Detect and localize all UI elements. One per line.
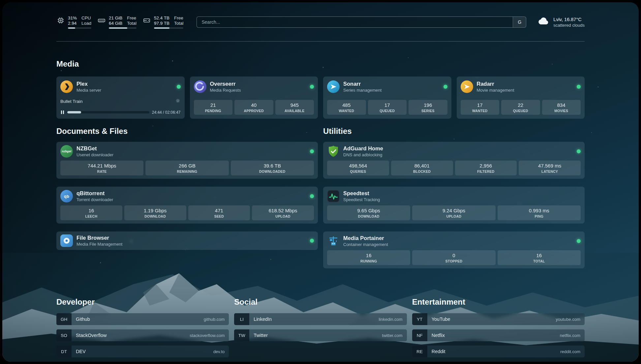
disk-progressbar	[154, 27, 184, 29]
stat-available: 945 AVAILABLE	[275, 100, 314, 115]
weather-condition: scattered clouds	[553, 23, 585, 28]
stat-pending: 21 PENDING	[194, 100, 233, 115]
stat-stopped: 0 STOPPED	[412, 250, 495, 265]
bookmark-dev[interactable]: DT DEV dev.to	[56, 346, 229, 357]
status-dot-online	[577, 149, 581, 153]
playback-time: 24:44 / 02:06:47	[152, 110, 181, 115]
service-name: AdGuard Home	[343, 145, 383, 152]
utilities-section-title: Utilities	[323, 127, 585, 136]
memory-progressbar	[109, 27, 137, 29]
media-section-title: Media	[56, 59, 585, 69]
bookmark-abbr: NF	[412, 329, 427, 341]
search-bar[interactable]: G	[197, 16, 526, 28]
filebrowser-icon	[60, 234, 73, 247]
cpu-load-value: 2.94	[68, 21, 77, 26]
nzbget-card[interactable]: nzbget NZBGet Usenet downloader 744.21 M…	[56, 142, 318, 179]
plex-card[interactable]: Plex Media server Bullet Train	[56, 76, 185, 119]
stat-approved: 40 APPROVED	[234, 100, 273, 115]
service-name: Plex	[76, 80, 101, 87]
radarr-card[interactable]: Radarr Movie management 17 WANTED 22 QUE…	[457, 76, 585, 119]
service-subtitle: Speedtest Tracking	[343, 197, 380, 202]
service-subtitle: Usenet downloader	[76, 152, 113, 158]
bookmark-linkedin[interactable]: LI LinkedIn linkedin.com	[234, 313, 407, 325]
bookmark-abbr: TW	[234, 329, 249, 341]
service-subtitle: Media Requests	[210, 88, 241, 93]
bookmark-url: dev.to	[213, 349, 225, 354]
documents-section: Documents & Files nzbget NZBGet	[56, 127, 318, 258]
cloud-icon	[537, 15, 550, 29]
stat-queued: 17 QUEUED	[368, 100, 407, 115]
overseerr-card[interactable]: Overseerr Media Requests 21 PENDING 40 A…	[190, 76, 318, 119]
bookmark-name: Github	[76, 317, 90, 322]
sonarr-icon	[327, 80, 340, 93]
bookmark-abbr: DT	[56, 346, 72, 357]
stat-series: 196 SERIES	[409, 100, 447, 115]
stat-remaining: 266 GB REMAINING	[145, 161, 229, 175]
gear-icon[interactable]	[175, 98, 181, 105]
speedtest-icon	[327, 190, 340, 202]
memory-free-value: 21 GiB	[109, 15, 122, 21]
bookmark-github[interactable]: GH Github github.com	[56, 313, 229, 325]
pause-icon[interactable]	[60, 110, 65, 115]
status-dot-online	[577, 239, 581, 243]
adguard-card[interactable]: AdGuard Home DNS and adblocking 498,564 …	[323, 142, 585, 179]
bookmark-url: youtube.com	[556, 317, 580, 322]
stat-upload: 9.24 Gbps UPLOAD	[412, 205, 495, 220]
weather-location-temp: Lviv, 16.87°C	[553, 17, 585, 22]
bookmark-netflix[interactable]: NF Netflix netflix.com	[412, 329, 585, 341]
bookmark-group-entertainment: Entertainment YT YouTube youtube.com NF …	[412, 297, 585, 362]
bookmark-reddit[interactable]: RE Reddit reddit.com	[412, 346, 585, 357]
bookmark-name: StackOverflow	[76, 333, 107, 338]
speedtest-card[interactable]: Speedtest Speedtest Tracking 9.65 Gbps D…	[323, 187, 585, 224]
service-name: Overseerr	[210, 80, 241, 87]
stat-download: 9.65 Gbps DOWNLOAD	[327, 205, 410, 220]
nzbget-icon: nzbget	[60, 145, 73, 158]
memory-total-value: 64 GiB	[109, 21, 122, 26]
cpu-load-label: Load	[81, 21, 91, 26]
bookmark-name: Reddit	[432, 349, 445, 354]
service-subtitle: Series management	[343, 88, 382, 93]
memory-total-label: Total	[127, 21, 137, 26]
memory-progress-fill	[109, 27, 127, 29]
status-dot-online	[577, 85, 581, 89]
cpu-progressbar	[68, 27, 91, 29]
plex-playback-row: 24:44 / 02:06:47	[60, 110, 181, 115]
dashboard-screen: 31% 2.94 CPU Load	[2, 2, 639, 362]
bookmark-name: YouTube	[432, 317, 450, 322]
service-subtitle: Container management	[343, 242, 388, 247]
sonarr-card[interactable]: Sonarr Series management 485 WANTED 17 Q…	[323, 76, 451, 119]
bookmark-name: DEV	[76, 349, 86, 354]
qbittorrent-card[interactable]: qb qBittorrent Torrent downloader 16 LEE…	[56, 187, 318, 224]
bookmark-abbr: GH	[56, 313, 72, 325]
stat-running: 16 RUNNING	[327, 250, 410, 265]
bookmark-group-developer: Developer GH Github github.com SO StackO…	[56, 297, 229, 362]
media-section: Media Plex Medi	[56, 59, 585, 119]
service-name: Media Portainer	[343, 235, 388, 241]
service-name: qBittorrent	[76, 190, 113, 197]
disk-progress-fill	[154, 27, 169, 29]
bookmark-stackoverflow[interactable]: SO StackOverflow stackoverflow.com	[56, 329, 229, 341]
cpu-widget: 31% 2.94 CPU Load	[56, 15, 91, 29]
search-provider-button[interactable]: G	[513, 17, 526, 27]
service-name: Sonarr	[343, 80, 382, 87]
stat-wanted: 485 WANTED	[327, 100, 366, 115]
bookmark-abbr: RE	[412, 346, 427, 357]
bookmark-url: stackoverflow.com	[190, 333, 225, 338]
disk-free-label: Free	[174, 15, 184, 21]
search-input[interactable]	[197, 17, 513, 27]
disk-icon	[142, 15, 151, 25]
service-name: Radarr	[477, 80, 514, 87]
bookmark-youtube[interactable]: YT YouTube youtube.com	[412, 313, 585, 325]
stat-queries: 498,564 QUERIES	[327, 161, 389, 175]
service-name: Speedtest	[343, 190, 380, 197]
top-bar: 31% 2.94 CPU Load	[56, 15, 585, 29]
bookmark-twitter[interactable]: TW Twitter twitter.com	[234, 329, 407, 341]
filebrowser-card[interactable]: File Browser Media File Management	[56, 231, 318, 250]
stat-downloaded: 39.6 TB DOWNLOADED	[231, 161, 314, 175]
bookmark-group-title: Social	[234, 297, 407, 307]
cpu-label: CPU	[81, 15, 91, 21]
portainer-card[interactable]: Media Portainer Container management 16 …	[323, 231, 585, 268]
stat-wanted: 17 WANTED	[461, 100, 500, 115]
bookmark-name: LinkedIn	[254, 317, 272, 322]
memory-icon	[97, 15, 106, 25]
